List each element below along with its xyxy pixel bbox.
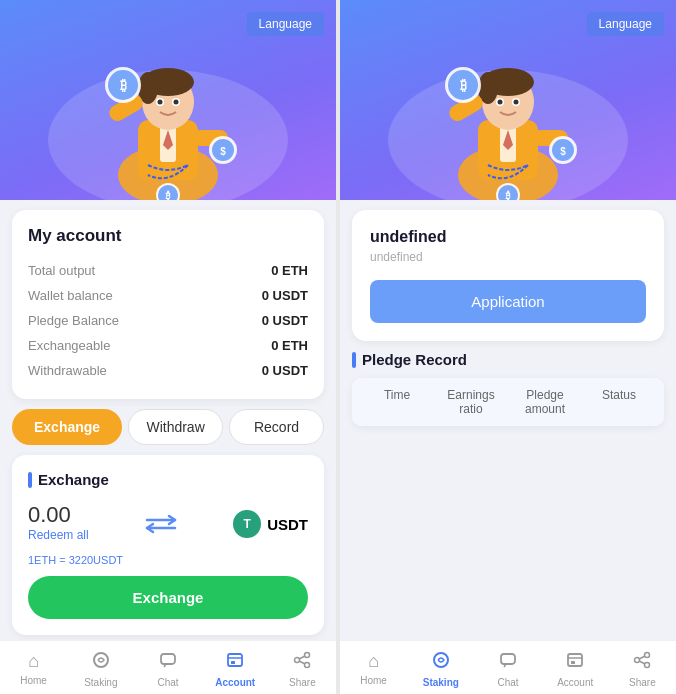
account-row-wallet: Wallet balance 0 USDT	[28, 283, 308, 308]
withdraw-button[interactable]: Withdraw	[128, 409, 223, 445]
language-button-right[interactable]: Language	[587, 12, 664, 36]
language-button-left[interactable]: Language	[247, 12, 324, 36]
info-subtitle: undefined	[370, 250, 646, 264]
action-buttons: Exchange Withdraw Record	[12, 409, 324, 445]
exchange-amount: 0.00	[28, 502, 89, 528]
home-icon-right: ⌂	[368, 651, 379, 672]
exchange-amount-group: 0.00 Redeem all	[28, 502, 89, 546]
svg-text:$: $	[220, 146, 226, 157]
total-output-value: 0 ETH	[271, 263, 308, 278]
staking-icon-right	[432, 651, 450, 674]
nav-chat-right[interactable]: Chat	[474, 649, 541, 690]
svg-point-27	[305, 653, 310, 658]
right-screen: ₿ $ ₿ Language undefined undefined App	[340, 0, 676, 694]
svg-point-10	[174, 100, 179, 105]
account-row-total: Total output 0 ETH	[28, 258, 308, 283]
right-hero-character: ₿ $ ₿	[428, 30, 588, 200]
usdt-badge: T USDT	[233, 510, 308, 538]
nav-share-right[interactable]: Share	[609, 649, 676, 690]
col-time: Time	[360, 388, 434, 416]
left-screen: ₿ $ ₿ Language My acc	[0, 0, 336, 694]
svg-line-30	[300, 656, 306, 659]
nav-account-label-right: Account	[557, 677, 593, 688]
nav-share-label-right: Share	[629, 677, 656, 688]
nav-account-label-left: Account	[215, 677, 255, 688]
nav-chat-label-left: Chat	[157, 677, 178, 688]
pledge-balance-label: Pledge Balance	[28, 313, 119, 328]
svg-point-28	[295, 658, 300, 663]
exchange-tab-button[interactable]: Exchange	[12, 409, 122, 445]
nav-share-label-left: Share	[289, 677, 316, 688]
svg-line-31	[300, 661, 306, 664]
svg-rect-26	[231, 661, 235, 664]
nav-home-label-right: Home	[360, 675, 387, 686]
withdrawable-value: 0 USDT	[262, 363, 308, 378]
nav-staking-right[interactable]: Staking	[407, 649, 474, 690]
svg-text:$: $	[560, 146, 566, 157]
nav-home-right[interactable]: ⌂ Home	[340, 649, 407, 690]
exchange-section: Exchange 0.00 Redeem all	[12, 455, 324, 635]
exchange-arrows-icon	[143, 506, 179, 542]
exchangeable-value: 0 ETH	[271, 338, 308, 353]
home-icon-left: ⌂	[28, 651, 39, 672]
nav-staking-label-right: Staking	[423, 677, 459, 688]
svg-text:₿: ₿	[120, 77, 127, 93]
account-row-exchangeable: Exchangeable 0 ETH	[28, 333, 308, 358]
exchange-section-title: Exchange	[28, 471, 308, 488]
col-status: Status	[582, 388, 656, 416]
wallet-balance-value: 0 USDT	[262, 288, 308, 303]
account-title: My account	[28, 226, 308, 246]
application-button[interactable]: Application	[370, 280, 646, 323]
svg-rect-24	[228, 654, 242, 666]
redeem-link[interactable]: Redeem all	[28, 528, 89, 542]
exchange-input-row: 0.00 Redeem all T USDT	[28, 502, 308, 546]
left-hero: ₿ $ ₿ Language	[0, 0, 336, 200]
nav-chat-label-right: Chat	[497, 677, 518, 688]
nav-staking-left[interactable]: Staking	[67, 649, 134, 690]
pledge-record-title: Pledge Record	[352, 351, 664, 368]
nav-share-left[interactable]: Share	[269, 649, 336, 690]
record-button[interactable]: Record	[229, 409, 324, 445]
account-row-withdrawable: Withdrawable 0 USDT	[28, 358, 308, 383]
account-icon-left	[226, 651, 244, 674]
account-icon-right	[566, 651, 584, 674]
chat-icon-left	[159, 651, 177, 674]
exchangeable-label: Exchangeable	[28, 338, 110, 353]
svg-point-42	[514, 100, 519, 105]
svg-point-29	[305, 663, 310, 668]
nav-chat-left[interactable]: Chat	[134, 649, 201, 690]
nav-home-left[interactable]: ⌂ Home	[0, 649, 67, 690]
svg-rect-55	[501, 654, 515, 664]
account-row-pledge: Pledge Balance 0 USDT	[28, 308, 308, 333]
svg-point-22	[94, 653, 108, 667]
hero-character: ₿ $ ₿	[88, 30, 248, 200]
share-icon-right	[633, 651, 651, 674]
nav-staking-label-left: Staking	[84, 677, 117, 688]
right-hero: ₿ $ ₿ Language	[340, 0, 676, 200]
svg-point-60	[635, 658, 640, 663]
usdt-label: USDT	[267, 516, 308, 533]
svg-text:₿: ₿	[460, 77, 467, 93]
info-title: undefined	[370, 228, 646, 246]
svg-rect-58	[571, 661, 575, 664]
usdt-icon: T	[233, 510, 261, 538]
svg-point-41	[498, 100, 503, 105]
nav-account-left[interactable]: Account	[202, 649, 269, 690]
nav-account-right[interactable]: Account	[542, 649, 609, 690]
svg-rect-56	[568, 654, 582, 666]
total-output-label: Total output	[28, 263, 95, 278]
pledge-balance-value: 0 USDT	[262, 313, 308, 328]
staking-icon-left	[92, 651, 110, 674]
left-bottom-nav: ⌂ Home Staking C	[0, 640, 336, 694]
exchange-confirm-button[interactable]: Exchange	[28, 576, 308, 619]
right-content: undefined undefined Application Pledge R…	[340, 200, 676, 640]
left-content: My account Total output 0 ETH Wallet bal…	[0, 200, 336, 640]
chat-icon-right	[499, 651, 517, 674]
pledge-table: Time Earningsratio Pledgeamount Status	[352, 378, 664, 426]
right-bottom-nav: ⌂ Home Staking C	[340, 640, 676, 694]
share-icon-left	[293, 651, 311, 674]
svg-point-61	[645, 663, 650, 668]
col-earnings: Earningsratio	[434, 388, 508, 416]
pledge-table-header: Time Earningsratio Pledgeamount Status	[352, 378, 664, 426]
info-card: undefined undefined Application	[352, 210, 664, 341]
